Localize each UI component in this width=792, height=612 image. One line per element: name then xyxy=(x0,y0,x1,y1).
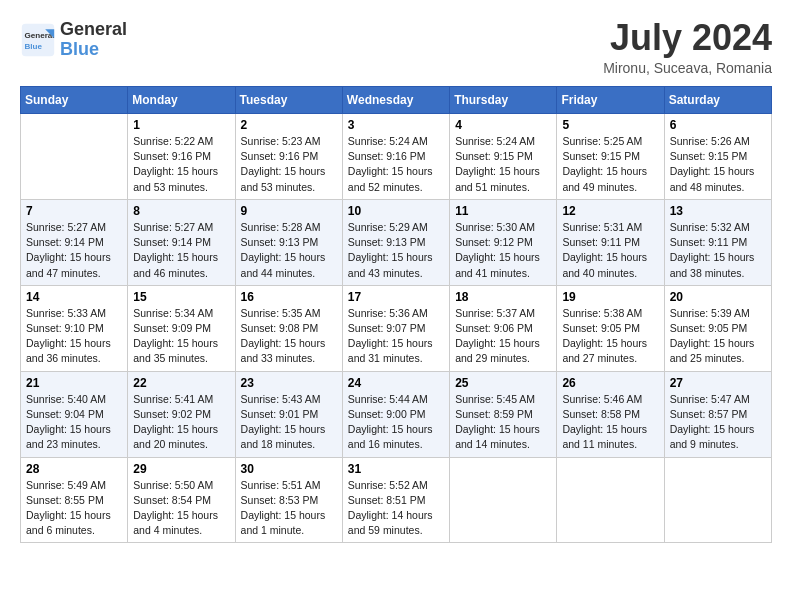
day-number: 2 xyxy=(241,118,337,132)
day-number: 10 xyxy=(348,204,444,218)
day-info: Sunrise: 5:38 AM Sunset: 9:05 PM Dayligh… xyxy=(562,306,658,367)
day-number: 30 xyxy=(241,462,337,476)
day-number: 25 xyxy=(455,376,551,390)
day-info: Sunrise: 5:25 AM Sunset: 9:15 PM Dayligh… xyxy=(562,134,658,195)
calendar-cell: 8Sunrise: 5:27 AM Sunset: 9:14 PM Daylig… xyxy=(128,199,235,285)
calendar-header-row: SundayMondayTuesdayWednesdayThursdayFrid… xyxy=(21,87,772,114)
calendar-week-row: 1Sunrise: 5:22 AM Sunset: 9:16 PM Daylig… xyxy=(21,114,772,200)
calendar-cell: 18Sunrise: 5:37 AM Sunset: 9:06 PM Dayli… xyxy=(450,285,557,371)
column-header-monday: Monday xyxy=(128,87,235,114)
calendar-cell: 17Sunrise: 5:36 AM Sunset: 9:07 PM Dayli… xyxy=(342,285,449,371)
day-info: Sunrise: 5:31 AM Sunset: 9:11 PM Dayligh… xyxy=(562,220,658,281)
day-number: 14 xyxy=(26,290,122,304)
column-header-tuesday: Tuesday xyxy=(235,87,342,114)
calendar-cell: 13Sunrise: 5:32 AM Sunset: 9:11 PM Dayli… xyxy=(664,199,771,285)
day-info: Sunrise: 5:51 AM Sunset: 8:53 PM Dayligh… xyxy=(241,478,337,539)
calendar-cell: 23Sunrise: 5:43 AM Sunset: 9:01 PM Dayli… xyxy=(235,371,342,457)
day-info: Sunrise: 5:36 AM Sunset: 9:07 PM Dayligh… xyxy=(348,306,444,367)
calendar-cell: 24Sunrise: 5:44 AM Sunset: 9:00 PM Dayli… xyxy=(342,371,449,457)
day-number: 4 xyxy=(455,118,551,132)
calendar-week-row: 7Sunrise: 5:27 AM Sunset: 9:14 PM Daylig… xyxy=(21,199,772,285)
day-number: 11 xyxy=(455,204,551,218)
day-number: 13 xyxy=(670,204,766,218)
calendar-table: SundayMondayTuesdayWednesdayThursdayFrid… xyxy=(20,86,772,543)
day-info: Sunrise: 5:49 AM Sunset: 8:55 PM Dayligh… xyxy=(26,478,122,539)
day-info: Sunrise: 5:28 AM Sunset: 9:13 PM Dayligh… xyxy=(241,220,337,281)
day-number: 31 xyxy=(348,462,444,476)
day-number: 21 xyxy=(26,376,122,390)
day-number: 19 xyxy=(562,290,658,304)
day-info: Sunrise: 5:40 AM Sunset: 9:04 PM Dayligh… xyxy=(26,392,122,453)
calendar-cell: 7Sunrise: 5:27 AM Sunset: 9:14 PM Daylig… xyxy=(21,199,128,285)
calendar-cell: 4Sunrise: 5:24 AM Sunset: 9:15 PM Daylig… xyxy=(450,114,557,200)
calendar-cell: 11Sunrise: 5:30 AM Sunset: 9:12 PM Dayli… xyxy=(450,199,557,285)
calendar-cell: 27Sunrise: 5:47 AM Sunset: 8:57 PM Dayli… xyxy=(664,371,771,457)
day-number: 26 xyxy=(562,376,658,390)
calendar-cell: 30Sunrise: 5:51 AM Sunset: 8:53 PM Dayli… xyxy=(235,457,342,543)
logo: General Blue General Blue xyxy=(20,20,127,60)
day-number: 18 xyxy=(455,290,551,304)
calendar-cell: 12Sunrise: 5:31 AM Sunset: 9:11 PM Dayli… xyxy=(557,199,664,285)
calendar-cell xyxy=(21,114,128,200)
calendar-week-row: 14Sunrise: 5:33 AM Sunset: 9:10 PM Dayli… xyxy=(21,285,772,371)
calendar-cell: 20Sunrise: 5:39 AM Sunset: 9:05 PM Dayli… xyxy=(664,285,771,371)
calendar-cell: 9Sunrise: 5:28 AM Sunset: 9:13 PM Daylig… xyxy=(235,199,342,285)
column-header-thursday: Thursday xyxy=(450,87,557,114)
day-info: Sunrise: 5:23 AM Sunset: 9:16 PM Dayligh… xyxy=(241,134,337,195)
day-number: 27 xyxy=(670,376,766,390)
day-number: 8 xyxy=(133,204,229,218)
day-info: Sunrise: 5:45 AM Sunset: 8:59 PM Dayligh… xyxy=(455,392,551,453)
day-info: Sunrise: 5:46 AM Sunset: 8:58 PM Dayligh… xyxy=(562,392,658,453)
calendar-cell xyxy=(557,457,664,543)
day-info: Sunrise: 5:34 AM Sunset: 9:09 PM Dayligh… xyxy=(133,306,229,367)
calendar-cell: 29Sunrise: 5:50 AM Sunset: 8:54 PM Dayli… xyxy=(128,457,235,543)
day-number: 9 xyxy=(241,204,337,218)
day-info: Sunrise: 5:29 AM Sunset: 9:13 PM Dayligh… xyxy=(348,220,444,281)
calendar-cell: 3Sunrise: 5:24 AM Sunset: 9:16 PM Daylig… xyxy=(342,114,449,200)
calendar-cell xyxy=(450,457,557,543)
logo-text: General Blue xyxy=(60,20,127,60)
calendar-cell: 21Sunrise: 5:40 AM Sunset: 9:04 PM Dayli… xyxy=(21,371,128,457)
svg-text:Blue: Blue xyxy=(25,42,43,51)
day-info: Sunrise: 5:37 AM Sunset: 9:06 PM Dayligh… xyxy=(455,306,551,367)
day-number: 16 xyxy=(241,290,337,304)
column-header-sunday: Sunday xyxy=(21,87,128,114)
day-info: Sunrise: 5:26 AM Sunset: 9:15 PM Dayligh… xyxy=(670,134,766,195)
day-number: 22 xyxy=(133,376,229,390)
month-title: July 2024 xyxy=(603,20,772,56)
calendar-cell: 31Sunrise: 5:52 AM Sunset: 8:51 PM Dayli… xyxy=(342,457,449,543)
column-header-wednesday: Wednesday xyxy=(342,87,449,114)
calendar-cell: 25Sunrise: 5:45 AM Sunset: 8:59 PM Dayli… xyxy=(450,371,557,457)
calendar-cell: 19Sunrise: 5:38 AM Sunset: 9:05 PM Dayli… xyxy=(557,285,664,371)
day-info: Sunrise: 5:39 AM Sunset: 9:05 PM Dayligh… xyxy=(670,306,766,367)
day-info: Sunrise: 5:22 AM Sunset: 9:16 PM Dayligh… xyxy=(133,134,229,195)
location: Mironu, Suceava, Romania xyxy=(603,60,772,76)
day-info: Sunrise: 5:33 AM Sunset: 9:10 PM Dayligh… xyxy=(26,306,122,367)
day-info: Sunrise: 5:41 AM Sunset: 9:02 PM Dayligh… xyxy=(133,392,229,453)
day-info: Sunrise: 5:30 AM Sunset: 9:12 PM Dayligh… xyxy=(455,220,551,281)
day-number: 24 xyxy=(348,376,444,390)
day-number: 6 xyxy=(670,118,766,132)
day-info: Sunrise: 5:24 AM Sunset: 9:16 PM Dayligh… xyxy=(348,134,444,195)
calendar-cell: 6Sunrise: 5:26 AM Sunset: 9:15 PM Daylig… xyxy=(664,114,771,200)
day-number: 28 xyxy=(26,462,122,476)
day-number: 29 xyxy=(133,462,229,476)
calendar-cell: 10Sunrise: 5:29 AM Sunset: 9:13 PM Dayli… xyxy=(342,199,449,285)
calendar-cell: 1Sunrise: 5:22 AM Sunset: 9:16 PM Daylig… xyxy=(128,114,235,200)
day-number: 7 xyxy=(26,204,122,218)
page-header: General Blue General Blue July 2024 Miro… xyxy=(20,20,772,76)
calendar-week-row: 28Sunrise: 5:49 AM Sunset: 8:55 PM Dayli… xyxy=(21,457,772,543)
day-info: Sunrise: 5:44 AM Sunset: 9:00 PM Dayligh… xyxy=(348,392,444,453)
calendar-cell: 22Sunrise: 5:41 AM Sunset: 9:02 PM Dayli… xyxy=(128,371,235,457)
day-number: 20 xyxy=(670,290,766,304)
day-info: Sunrise: 5:27 AM Sunset: 9:14 PM Dayligh… xyxy=(133,220,229,281)
day-number: 12 xyxy=(562,204,658,218)
calendar-week-row: 21Sunrise: 5:40 AM Sunset: 9:04 PM Dayli… xyxy=(21,371,772,457)
calendar-cell xyxy=(664,457,771,543)
calendar-cell: 2Sunrise: 5:23 AM Sunset: 9:16 PM Daylig… xyxy=(235,114,342,200)
calendar-cell: 16Sunrise: 5:35 AM Sunset: 9:08 PM Dayli… xyxy=(235,285,342,371)
day-number: 17 xyxy=(348,290,444,304)
column-header-friday: Friday xyxy=(557,87,664,114)
day-info: Sunrise: 5:52 AM Sunset: 8:51 PM Dayligh… xyxy=(348,478,444,539)
day-number: 5 xyxy=(562,118,658,132)
